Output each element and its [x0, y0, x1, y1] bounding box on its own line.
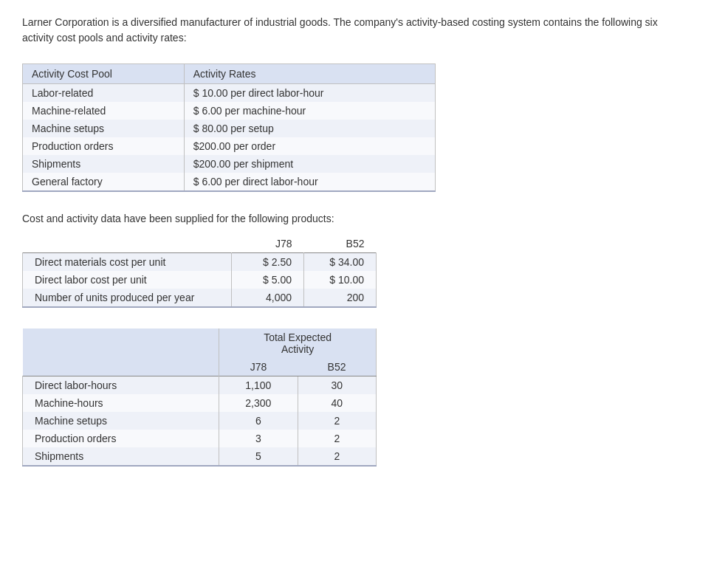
table2-header-label [23, 235, 232, 253]
table1-rate-cell: $200.00 per shipment [184, 155, 435, 173]
table2-b52-cell: $ 34.00 [304, 253, 377, 272]
table2-b52-cell: 200 [304, 289, 377, 307]
table2-label-cell: Number of units produced per year [23, 289, 232, 307]
table1-header-rate: Activity Rates [184, 64, 435, 84]
table1-pool-cell: Production orders [23, 137, 185, 155]
table3-header-j78: J78 [219, 358, 298, 376]
table3-b52-cell: 2 [298, 412, 376, 430]
table3-label-cell: Production orders [23, 430, 219, 447]
table3-b52-cell: 2 [298, 430, 376, 447]
table2-j78-cell: $ 5.00 [232, 271, 304, 289]
intro-paragraph: Larner Corporation is a diversified manu… [22, 15, 687, 46]
table3-header-b52: B52 [298, 358, 376, 376]
table2-label-cell: Direct materials cost per unit [23, 253, 232, 272]
table3-b52-cell: 30 [298, 376, 376, 395]
table1-rate-cell: $ 6.00 per machine-hour [184, 102, 435, 120]
table1-rate-cell: $200.00 per order [184, 137, 435, 155]
table1-pool-cell: Machine-related [23, 102, 185, 120]
table2-b52-cell: $ 10.00 [304, 271, 377, 289]
table3-label-cell: Direct labor-hours [23, 376, 219, 395]
table1-pool-cell: General factory [23, 173, 185, 191]
table2-j78-cell: $ 2.50 [232, 253, 304, 272]
table1-rate-cell: $ 10.00 per direct labor-hour [184, 84, 435, 103]
table3-blank-header [23, 328, 219, 376]
table3-b52-cell: 40 [298, 394, 376, 412]
table1-pool-cell: Labor-related [23, 84, 185, 103]
table2-j78-cell: 4,000 [232, 289, 304, 307]
activity-cost-pool-table-container: Activity Cost Pool Activity Rates Labor-… [22, 63, 706, 192]
table3-j78-cell: 6 [219, 412, 298, 430]
cost-activity-table: J78 B52 Direct materials cost per unit$ … [22, 235, 377, 308]
table2-label-cell: Direct labor cost per unit [23, 271, 232, 289]
table3-j78-cell: 5 [219, 447, 298, 466]
table3-j78-cell: 1,100 [219, 376, 298, 395]
table1-rate-cell: $ 6.00 per direct labor-hour [184, 173, 435, 191]
table3-b52-cell: 2 [298, 447, 376, 466]
table3-j78-cell: 2,300 [219, 394, 298, 412]
table3-label-cell: Machine setups [23, 412, 219, 430]
table2-header-b52: B52 [304, 235, 377, 253]
table3-label-cell: Machine-hours [23, 394, 219, 412]
table3-total-expected-header: Total Expected Activity [219, 328, 377, 358]
activity-cost-pool-table: Activity Cost Pool Activity Rates Labor-… [22, 63, 436, 192]
total-expected-activity-table: Total Expected Activity J78 B52 Direct l… [22, 328, 377, 467]
table1-header-pool: Activity Cost Pool [23, 64, 185, 84]
total-expected-activity-table-container: Total Expected Activity J78 B52 Direct l… [22, 328, 706, 467]
table1-rate-cell: $ 80.00 per setup [184, 120, 435, 137]
table1-pool-cell: Shipments [23, 155, 185, 173]
table3-label-cell: Shipments [23, 447, 219, 466]
cost-activity-table-container: J78 B52 Direct materials cost per unit$ … [22, 235, 706, 308]
section2-label: Cost and activity data have been supplie… [22, 213, 706, 224]
table1-pool-cell: Machine setups [23, 120, 185, 137]
table2-header-j78: J78 [232, 235, 304, 253]
table3-j78-cell: 3 [219, 430, 298, 447]
